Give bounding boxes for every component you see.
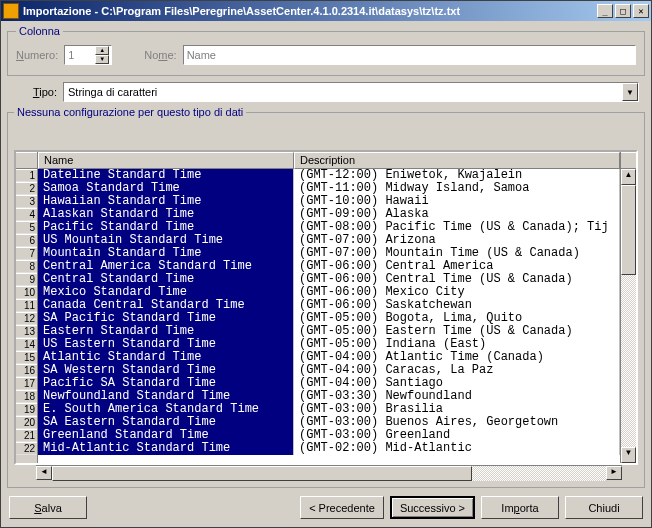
table-row[interactable]: Dateline Standard Time(GMT-12:00) Eniwet… (38, 169, 620, 182)
chevron-down-icon[interactable]: ▼ (622, 83, 638, 101)
row-number: 11 (16, 299, 37, 312)
chiudi-button[interactable]: Chiudi (565, 496, 643, 519)
table-row[interactable]: Greenland Standard Time(GMT-03:00) Green… (38, 429, 620, 442)
table-row[interactable]: US Mountain Standard Time(GMT-07:00) Ari… (38, 234, 620, 247)
col-header-description[interactable]: Description (294, 152, 620, 169)
cell-description: (GMT-07:00) Arizona (294, 234, 620, 247)
row-number: 2 (16, 182, 37, 195)
row-number: 18 (16, 390, 37, 403)
close-button[interactable]: ✕ (633, 4, 649, 18)
cell-description: (GMT-05:00) Eastern Time (US & Canada) (294, 325, 620, 338)
row-number: 6 (16, 234, 37, 247)
cell-name: Atlantic Standard Time (38, 351, 294, 364)
cell-description: (GMT-02:00) Mid-Atlantic (294, 442, 620, 455)
table-row[interactable]: Central Standard Time(GMT-06:00) Central… (38, 273, 620, 286)
table-row[interactable]: Eastern Standard Time(GMT-05:00) Eastern… (38, 325, 620, 338)
row-number: 1 (16, 169, 37, 182)
horizontal-scrollbar[interactable]: ◄ ► (36, 465, 622, 481)
table-row[interactable]: Pacific Standard Time(GMT-08:00) Pacific… (38, 221, 620, 234)
cell-description: (GMT-06:00) Mexico City (294, 286, 620, 299)
cell-description: (GMT-10:00) Hawaii (294, 195, 620, 208)
cell-name: Mid-Atlantic Standard Time (38, 442, 294, 455)
table-row[interactable]: E. South America Standard Time(GMT-03:00… (38, 403, 620, 416)
row-number: 12 (16, 312, 37, 325)
precedente-button[interactable]: < Precedente (300, 496, 384, 519)
cell-description: (GMT-09:00) Alaska (294, 208, 620, 221)
col-header-name[interactable]: Name (38, 152, 294, 169)
tipo-label: Tipo: (13, 86, 57, 98)
importa-button[interactable]: Importa (481, 496, 559, 519)
row-number: 14 (16, 338, 37, 351)
scroll-right-icon[interactable]: ► (606, 466, 622, 480)
scroll-up-icon[interactable]: ▲ (621, 169, 636, 185)
table-row[interactable]: Pacific SA Standard Time(GMT-04:00) Sant… (38, 377, 620, 390)
table-header: Name Description (38, 152, 620, 169)
nome-input[interactable] (183, 45, 636, 65)
hscroll-thumb[interactable] (52, 466, 472, 481)
numero-input[interactable] (65, 47, 95, 63)
table-row[interactable]: SA Eastern Standard Time(GMT-03:00) Buen… (38, 416, 620, 429)
numero-up-icon[interactable]: ▲ (95, 46, 109, 55)
row-number: 8 (16, 260, 37, 273)
cell-name: US Eastern Standard Time (38, 338, 294, 351)
table-row[interactable]: Alaskan Standard Time(GMT-09:00) Alaska (38, 208, 620, 221)
cell-name: SA Pacific Standard Time (38, 312, 294, 325)
cell-name: Samoa Standard Time (38, 182, 294, 195)
cell-description: (GMT-03:00) Buenos Aires, Georgetown (294, 416, 620, 429)
row-number: 3 (16, 195, 37, 208)
table-row[interactable]: Mexico Standard Time(GMT-06:00) Mexico C… (38, 286, 620, 299)
cell-name: Alaskan Standard Time (38, 208, 294, 221)
scroll-left-icon[interactable]: ◄ (36, 466, 52, 480)
row-number: 22 (16, 442, 37, 455)
scroll-thumb[interactable] (621, 185, 636, 275)
numero-down-icon[interactable]: ▼ (95, 55, 109, 64)
table-row[interactable]: Mid-Atlantic Standard Time(GMT-02:00) Mi… (38, 442, 620, 455)
table-row[interactable]: Hawaiian Standard Time(GMT-10:00) Hawaii (38, 195, 620, 208)
scroll-down-icon[interactable]: ▼ (621, 447, 636, 463)
table-row[interactable]: SA Pacific Standard Time(GMT-05:00) Bogo… (38, 312, 620, 325)
nome-label: Nome: (144, 49, 176, 61)
cell-name: Pacific Standard Time (38, 221, 294, 234)
cell-description: (GMT-12:00) Eniwetok, Kwajalein (294, 169, 620, 182)
row-number: 13 (16, 325, 37, 338)
row-number: 19 (16, 403, 37, 416)
row-gutter: 12345678910111213141516171819202122 (16, 152, 38, 463)
cell-description: (GMT-03:30) Newfoundland (294, 390, 620, 403)
table-body[interactable]: Dateline Standard Time(GMT-12:00) Eniwet… (38, 169, 620, 463)
table-row[interactable]: Canada Central Standard Time(GMT-06:00) … (38, 299, 620, 312)
cell-description: (GMT-03:00) Brasilia (294, 403, 620, 416)
tipo-combo[interactable]: ▼ (63, 82, 639, 102)
data-table: 12345678910111213141516171819202122 Name… (14, 150, 638, 465)
cell-name: SA Western Standard Time (38, 364, 294, 377)
table-row[interactable]: Samoa Standard Time(GMT-11:00) Midway Is… (38, 182, 620, 195)
row-number: 7 (16, 247, 37, 260)
table-row[interactable]: Newfoundland Standard Time(GMT-03:30) Ne… (38, 390, 620, 403)
cell-description: (GMT-05:00) Bogota, Lima, Quito (294, 312, 620, 325)
cell-name: SA Eastern Standard Time (38, 416, 294, 429)
numero-spinner[interactable]: ▲ ▼ (64, 45, 112, 65)
row-number: 16 (16, 364, 37, 377)
cell-name: Eastern Standard Time (38, 325, 294, 338)
cell-name: US Mountain Standard Time (38, 234, 294, 247)
vertical-scrollbar[interactable]: ▲ ▼ (620, 152, 636, 463)
successivo-button[interactable]: Successivo > (390, 496, 475, 519)
table-row[interactable]: Central America Standard Time(GMT-06:00)… (38, 260, 620, 273)
row-number: 20 (16, 416, 37, 429)
maximize-button[interactable]: □ (615, 4, 631, 18)
colonna-group: Colonna Numero: ▲ ▼ Nome: (7, 25, 645, 76)
config-group: Nessuna configurazione per questo tipo d… (7, 106, 645, 488)
minimize-button[interactable]: _ (597, 4, 613, 18)
row-number: 5 (16, 221, 37, 234)
cell-description: (GMT-03:00) Greenland (294, 429, 620, 442)
cell-name: Mexico Standard Time (38, 286, 294, 299)
table-row[interactable]: Mountain Standard Time(GMT-07:00) Mounta… (38, 247, 620, 260)
window-title: Importazione - C:\Program Files\Peregrin… (23, 5, 597, 17)
row-number: 10 (16, 286, 37, 299)
table-row[interactable]: SA Western Standard Time(GMT-04:00) Cara… (38, 364, 620, 377)
table-row[interactable]: US Eastern Standard Time(GMT-05:00) Indi… (38, 338, 620, 351)
tipo-input[interactable] (64, 84, 622, 100)
cell-name: Greenland Standard Time (38, 429, 294, 442)
table-row[interactable]: Atlantic Standard Time(GMT-04:00) Atlant… (38, 351, 620, 364)
salva-button[interactable]: Salva (9, 496, 87, 519)
import-window: Importazione - C:\Program Files\Peregrin… (0, 0, 652, 528)
